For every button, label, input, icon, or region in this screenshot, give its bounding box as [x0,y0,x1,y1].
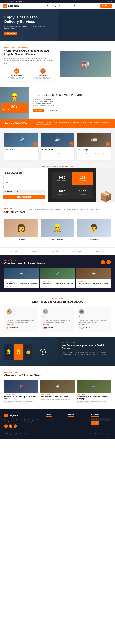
news-prev-button[interactable]: ‹ [101,260,105,264]
footer-subscribe-button[interactable]: Subscribe [90,422,99,424]
quote-name-input[interactable] [4,176,45,180]
team-photo-taylor: 👨 [77,218,111,237]
news-nav: ‹ › [101,260,111,264]
facebook-icon[interactable]: f [107,0,108,2]
quote-phone-input[interactable] [4,185,45,189]
footer-twitter-icon[interactable]: t [9,424,12,428]
news-next-button[interactable]: › [106,260,111,264]
testimonials-section: Testimonials What People and Clients Thi… [0,292,115,337]
youtube-icon[interactable]: yt [111,0,112,2]
footer-logo-text: Logistek [9,414,18,417]
footer-service-2: Road Freight [46,422,66,424]
quote-email-input[interactable] [4,181,45,184]
nav-services[interactable]: Services [59,5,64,7]
nav-home[interactable]: Home [41,5,45,7]
nav-news[interactable]: News [74,5,78,7]
footer-profile-4: Contact [68,426,88,428]
nw-meta-1: 15 Jan 👤 Admin [40,394,74,395]
instagram-icon[interactable]: ig [110,0,111,2]
trusted-list: Adipiscing elit met vestibulum tincidunt… [33,98,111,106]
delivery-illustration: 📦 [96,168,115,202]
partner-1: dynamic [32,250,38,252]
testi-role-2: Director [79,328,108,329]
person-icon-2: 👷 [16,349,21,354]
footer-service-1: Ocean Freight [46,420,66,422]
person-3: 👨 [24,344,32,360]
hero-cta-button[interactable]: Get Started [4,32,17,36]
partner-4: PRIME LINE [95,250,104,252]
ocean-read-more[interactable]: READ MORE [42,156,49,158]
nw-date-2: 18 Jan [76,394,80,395]
air-read-more[interactable]: READ MORE [6,156,13,158]
team-role-taylor: Engineer [77,240,111,242]
nav-page[interactable]: Page [53,5,57,7]
trusted-content: About Our Company TRUSTED LOGISTIC SERVI… [29,87,115,118]
more-services-link[interactable]: Click Here [67,166,73,167]
news-meta-0: 12 January 2024 [6,281,37,282]
hero-title: Enjoy! Hassle Free Delivery Services [4,15,50,24]
topbar-contact: info@logistek.com | +1 800 000 0000 [3,0,24,2]
footer-grid: L Logistek Lorem ipsum dolor sit amet co… [4,414,111,428]
footer-facebook-icon[interactable]: f [4,424,8,428]
feature-delivery-desc: Adipiscing elit met vestibulum tincidunt… [6,77,27,79]
nw-title-1: Tech Entrepreneur Credits Shove suffered… [40,396,74,398]
person-icon-jason: 👷 [53,224,62,232]
footer-service-3: Warehouse [46,424,66,426]
team-name-jason: Jason Maxwell [40,239,74,240]
why-people: 👷 👷 👨 [4,344,32,360]
team-role-jason: Logistic [40,240,74,242]
nav-quote-button[interactable]: Get A Quote [100,4,112,8]
nw-icon-0: 🏗️ [20,384,23,388]
stat-team: 128 Team Members [72,172,93,185]
footer-newsletter: Subscribe [90,418,111,424]
footer-copyright: © 2024 Logistek. All Rights Reserved. [4,433,26,434]
logo: L Logistek [3,4,19,8]
hero-section: Enjoy! Hassle Free Delivery Services We … [0,9,115,41]
nw-meta-2: 18 Jan 👤 Admin [76,394,111,395]
navbar: L Logistek Home About Page Services Proj… [0,2,115,9]
trusted-title: TRUSTED LOGISTIC SERVICE PROVIDER [33,94,111,97]
twitter-icon[interactable]: t [108,0,108,2]
quote-submit-button[interactable]: GET A FREE QUOTE [4,195,45,199]
quote-title: Request A Quote [4,172,45,174]
trusted-read-more-button[interactable]: Read More [33,109,44,112]
trusted-actions: Read More Signature [33,109,111,112]
testi-card-0: 👩 " Lorem ipsum dolor sit amet consectet… [4,307,38,332]
years-badge: 30+ We have More than years of experienc… [1,102,28,113]
footer-logo-icon: L [4,414,8,418]
linkedin-icon[interactable]: in [108,0,110,2]
road-card-body: Road Freight Adipiscing elit met vestibu… [77,147,111,160]
more-services-text: Do You Want To explore more services jus… [42,166,66,167]
services-band: Service We Offer Lorem ipsum dolor sit a… [0,118,115,128]
about-tag: Lorem Ipsum Logistic Lorem [4,47,55,48]
news-dark-tag: News & Updates [4,260,45,261]
quote-mark-2: " [79,316,108,319]
footer-linkedin-icon[interactable]: in [14,424,17,428]
logo-text: Logistek [8,4,19,8]
truck-icon: 🚛 [90,137,97,143]
news-dark-section: News & Updates Checkout our All Latest N… [0,255,115,292]
testimonials-cards: 👩 " Lorem ipsum dolor sit amet consectet… [4,307,111,332]
footer-services-title: Services [46,414,52,416]
feature-global-desc: Adipiscing elit met vestibulum tincidunt… [33,77,54,79]
nav-projects[interactable]: Projects [66,5,72,7]
testi-card-2: 👩 " Lorem ipsum dolor sit amet consectet… [77,307,111,332]
testi-stars-1: ★★★★★ [43,324,72,325]
footer-profiles-list: About Us Our Team Projects News Contact [68,418,88,428]
news-card-2-body: 18 January 2024 Lorem ipsum dolor sit am… [76,279,111,288]
footer-service-0: Air Freight [46,418,66,420]
nw-excerpt-0: Lorem ipsum dolor sit amet consectetur a… [4,400,38,404]
news-card-1: ✈️ 15 January 2024 Lorem ipsum dolor sit… [40,268,75,288]
quote-form: Choose Service Type Air Freight Ocean Fr… [4,176,45,199]
play-button[interactable]: ▶ [40,349,46,354]
nw-date-1: 15 Jan [40,394,44,395]
air-badge: ✈ [33,142,37,146]
quote-service-select[interactable]: Choose Service Type Air Freight Ocean Fr… [4,190,45,194]
news-white-section: News & Updates Checkout our All Latest N… [0,366,115,409]
footer-email-input[interactable] [90,418,111,422]
nw-excerpt-1: Lorem ipsum dolor sit amet consectetur a… [40,398,74,402]
road-read-more[interactable]: READ MORE [78,156,86,158]
nav-about[interactable]: About [47,5,51,7]
feature-delivery: 🚚 On Time Delivery Adipiscing elit met v… [4,66,29,81]
team-photo-alice: 👩 [4,218,38,237]
